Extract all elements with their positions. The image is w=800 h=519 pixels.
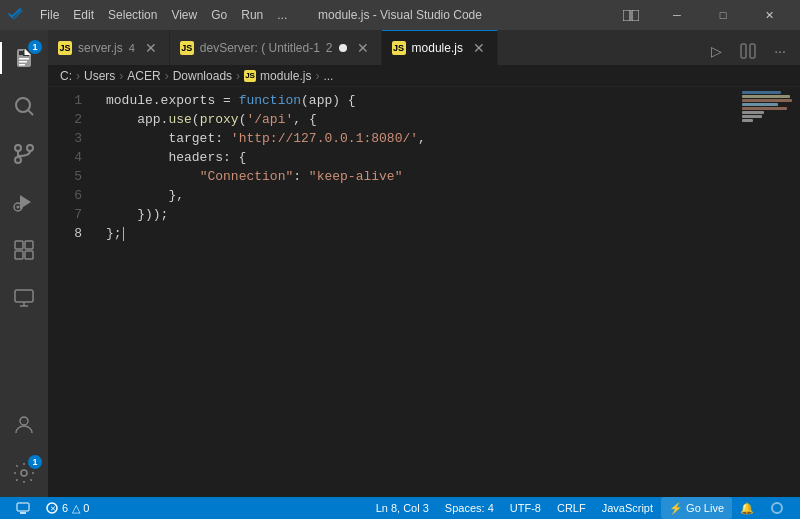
status-language[interactable]: JavaScript xyxy=(594,497,661,519)
line-num-7: 7 xyxy=(48,205,98,224)
svg-rect-16 xyxy=(15,251,23,259)
status-bell[interactable]: 🔔 xyxy=(732,497,762,519)
run-tab-btn[interactable]: ▷ xyxy=(702,37,730,65)
tab-server-js-badge: 4 xyxy=(129,42,135,54)
svg-rect-2 xyxy=(19,58,29,60)
breadcrumb-acer[interactable]: ACER xyxy=(127,69,160,83)
search-activity-btn[interactable] xyxy=(0,82,48,130)
extensions-activity-btn[interactable] xyxy=(0,226,48,274)
line-num-5: 5 xyxy=(48,167,98,186)
account-activity-btn[interactable] xyxy=(0,401,48,449)
code-line-2: app.use(proxy('/api', { xyxy=(106,110,740,129)
breadcrumb-c[interactable]: C: xyxy=(60,69,72,83)
breadcrumb-file[interactable]: module.js xyxy=(260,69,311,83)
js-icon-2: JS xyxy=(180,41,194,55)
code-content[interactable]: module.exports = function(app) { app.use… xyxy=(98,87,740,497)
status-bar: ✕ 6 △ 0 Ln 8, Col 3 Spaces: 4 UTF-8 CRLF… xyxy=(0,497,800,519)
breadcrumb-ellipsis[interactable]: ... xyxy=(323,69,333,83)
code-line-8: }; xyxy=(106,224,740,243)
svg-rect-1 xyxy=(632,10,639,21)
tab-devserver-label: devServer: ( Untitled-1 xyxy=(200,41,320,55)
main-layout: 1 xyxy=(0,30,800,497)
maximize-btn[interactable]: □ xyxy=(700,0,746,30)
line-num-1: 1 xyxy=(48,91,98,110)
minimap xyxy=(740,87,800,497)
js-icon: JS xyxy=(58,41,72,55)
code-line-3: target: 'http://127.0.0.1:8080/', xyxy=(106,129,740,148)
svg-rect-4 xyxy=(19,64,25,66)
split-editor-btn[interactable] xyxy=(734,37,762,65)
minimize-btn[interactable]: ─ xyxy=(654,0,700,30)
tabs-bar: JS server.js 4 ✕ JS devServer: ( Untitle… xyxy=(48,30,800,65)
tab-modified-dot xyxy=(339,44,347,52)
status-encoding[interactable]: UTF-8 xyxy=(502,497,549,519)
line-num-4: 4 xyxy=(48,148,98,167)
menu-items: File Edit Selection View Go Run ... xyxy=(34,6,293,24)
status-line-ending[interactable]: CRLF xyxy=(549,497,594,519)
scm-activity-btn[interactable] xyxy=(0,130,48,178)
breadcrumb-downloads[interactable]: Downloads xyxy=(173,69,232,83)
line-num-8: 8 xyxy=(48,224,98,243)
svg-rect-18 xyxy=(15,290,33,302)
svg-rect-25 xyxy=(17,503,29,511)
code-line-4: headers: { xyxy=(106,148,740,167)
tab-server-js-close[interactable]: ✕ xyxy=(143,40,159,56)
menu-go[interactable]: Go xyxy=(205,6,233,24)
svg-point-21 xyxy=(20,417,28,425)
svg-point-7 xyxy=(15,157,21,163)
breadcrumb-js-icon: JS xyxy=(244,70,256,82)
code-line-6: }, xyxy=(106,186,740,205)
tab-devserver[interactable]: JS devServer: ( Untitled-1 2 ✕ xyxy=(170,30,382,65)
line-num-3: 3 xyxy=(48,129,98,148)
svg-rect-3 xyxy=(19,61,27,63)
svg-point-9 xyxy=(15,145,21,151)
tab-server-js-label: server.js xyxy=(78,41,123,55)
svg-rect-14 xyxy=(15,241,23,249)
svg-rect-23 xyxy=(741,44,746,58)
window-title: module.js - Visual Studio Code xyxy=(318,8,482,22)
svg-point-22 xyxy=(21,470,27,476)
breadcrumb-users[interactable]: Users xyxy=(84,69,115,83)
window-controls: ─ □ ✕ xyxy=(608,0,792,30)
go-live-button[interactable]: ⚡ Go Live xyxy=(661,497,732,519)
menu-file[interactable]: File xyxy=(34,6,65,24)
tab-devserver-close[interactable]: ✕ xyxy=(355,40,371,56)
code-editor[interactable]: 1 2 3 4 5 6 7 8 module.exports = functio… xyxy=(48,87,800,497)
error-count: 6 xyxy=(62,502,68,514)
code-line-1: module.exports = function(app) { xyxy=(106,91,740,110)
tab-module-js[interactable]: JS module.js ✕ xyxy=(382,30,498,65)
run-activity-btn[interactable] xyxy=(0,178,48,226)
tab-module-js-close[interactable]: ✕ xyxy=(471,40,487,56)
warning-count: △ 0 xyxy=(72,502,89,515)
status-spaces[interactable]: Spaces: 4 xyxy=(437,497,502,519)
title-bar: File Edit Selection View Go Run ... modu… xyxy=(0,0,800,30)
status-remote[interactable] xyxy=(8,497,38,519)
status-position[interactable]: Ln 8, Col 3 xyxy=(368,497,437,519)
tab-module-js-label: module.js xyxy=(412,41,463,55)
code-line-7: })); xyxy=(106,205,740,224)
svg-point-8 xyxy=(27,145,33,151)
files-activity-btn[interactable]: 1 xyxy=(0,34,48,82)
js-icon-3: JS xyxy=(392,41,406,55)
menu-selection[interactable]: Selection xyxy=(102,6,163,24)
close-btn[interactable]: ✕ xyxy=(746,0,792,30)
status-notifications[interactable] xyxy=(762,497,792,519)
menu-edit[interactable]: Edit xyxy=(67,6,100,24)
line-num-6: 6 xyxy=(48,186,98,205)
layout-btn[interactable] xyxy=(608,0,654,30)
line-num-2: 2 xyxy=(48,110,98,129)
menu-view[interactable]: View xyxy=(165,6,203,24)
tab-devserver-extra: 2 xyxy=(326,41,333,55)
tab-server-js[interactable]: JS server.js 4 ✕ xyxy=(48,30,170,65)
title-bar-left: File Edit Selection View Go Run ... xyxy=(8,6,293,24)
more-tabs-btn[interactable]: ··· xyxy=(766,37,794,65)
settings-activity-btn[interactable]: 1 xyxy=(0,449,48,497)
settings-badge: 1 xyxy=(28,455,42,469)
status-errors[interactable]: ✕ 6 △ 0 xyxy=(38,497,97,519)
menu-more[interactable]: ... xyxy=(271,6,293,24)
svg-point-5 xyxy=(16,98,30,112)
remote-activity-btn[interactable] xyxy=(0,274,48,322)
menu-run[interactable]: Run xyxy=(235,6,269,24)
svg-rect-0 xyxy=(623,10,630,21)
files-badge: 1 xyxy=(28,40,42,54)
